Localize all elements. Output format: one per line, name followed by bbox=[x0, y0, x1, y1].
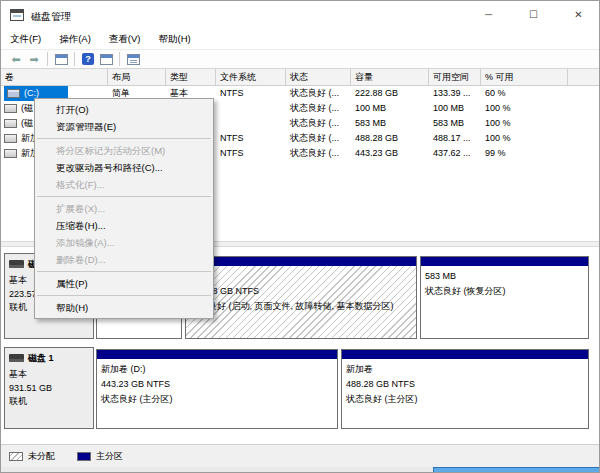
cell-free: 583 MB bbox=[429, 116, 481, 131]
header-pct-free[interactable]: % 可用 bbox=[481, 69, 568, 85]
volume-icon bbox=[4, 149, 17, 158]
volume-label: (磁 bbox=[21, 116, 33, 131]
toolbar-separator bbox=[47, 52, 48, 66]
cell-pct: 100 % bbox=[481, 101, 568, 116]
disk1-status: 联机 bbox=[9, 395, 89, 409]
menu-item-explorer[interactable]: 资源管理器(E) bbox=[35, 118, 213, 135]
legend-unallocated: 未分配 bbox=[9, 450, 55, 463]
bottom-edge bbox=[1, 467, 600, 473]
menu-item-delete: 删除卷(D)... bbox=[35, 251, 213, 268]
legend-bar: 未分配 主分区 bbox=[1, 444, 600, 467]
partition-color-bar bbox=[97, 350, 337, 359]
menu-item-open[interactable]: 打开(O) bbox=[35, 101, 213, 118]
cell-pct: 100 % bbox=[481, 131, 568, 146]
cell-fs: NTFS bbox=[216, 131, 286, 146]
disk1-partition-d[interactable]: 新加卷 (D:) 443.23 GB NTFS 状态良好 (主分区) bbox=[96, 349, 338, 429]
toolbar-separator bbox=[119, 52, 120, 66]
partition-line: 状态良好 (恢复分区) bbox=[425, 284, 588, 299]
header-free-space[interactable]: 可用空间 bbox=[429, 69, 481, 85]
forward-icon[interactable]: ➡ bbox=[26, 52, 42, 66]
minimize-button[interactable]: ─ bbox=[466, 1, 511, 29]
partition-line: 583 MB bbox=[425, 269, 588, 284]
header-layout[interactable]: 布局 bbox=[108, 69, 166, 85]
disk0-partition-recovery[interactable]: 583 MB 状态良好 (恢复分区) bbox=[420, 256, 589, 339]
partition-line: (C:) bbox=[190, 269, 416, 284]
action-pane-icon[interactable] bbox=[98, 52, 114, 66]
menu-item-properties[interactable]: 属性(P) bbox=[35, 275, 213, 292]
cell-capacity: 488.28 GB bbox=[351, 131, 429, 146]
toolbar: ⬅ ➡ ? bbox=[1, 49, 600, 69]
context-menu: 打开(O) 资源管理器(E) 将分区标记为活动分区(M) 更改驱动器号和路径(C… bbox=[34, 98, 214, 319]
partition-line: 新加卷 (D:) bbox=[101, 362, 337, 377]
disk1-size: 931.51 GB bbox=[9, 382, 89, 396]
menu-view[interactable]: 查看(V) bbox=[100, 29, 150, 49]
volume-icon bbox=[4, 119, 17, 128]
title-bar: 磁盘管理 ─ ☐ ✕ bbox=[1, 1, 600, 29]
header-filesystem[interactable]: 文件系统 bbox=[216, 69, 286, 85]
cell-fs bbox=[216, 116, 286, 131]
cell-free: 133.39 ... bbox=[429, 86, 481, 101]
console-tree-glyph bbox=[55, 54, 68, 65]
header-type[interactable]: 类型 bbox=[166, 69, 216, 85]
taskbar-sliver bbox=[433, 467, 600, 473]
menu-help[interactable]: 帮助(H) bbox=[149, 29, 199, 49]
cell-pct: 99 % bbox=[481, 146, 568, 161]
cell-status: 状态良好 (... bbox=[286, 116, 351, 131]
menu-item-add-mirror: 添加镜像(A)... bbox=[35, 234, 213, 251]
volume-icon bbox=[7, 89, 20, 98]
menu-separator bbox=[37, 196, 211, 197]
menu-separator bbox=[37, 138, 211, 139]
partition-line: 状态良好 (主分区) bbox=[346, 392, 588, 407]
cell-status: 状态良好 (... bbox=[286, 146, 351, 161]
console-tree-icon[interactable] bbox=[53, 52, 69, 66]
disk-management-window: 磁盘管理 ─ ☐ ✕ 文件(F) 操作(A) 查看(V) 帮助(H) ⬅ ➡ ?… bbox=[0, 0, 600, 473]
primary-partition-swatch-icon bbox=[77, 452, 91, 461]
menu-item-extend: 扩展卷(X)... bbox=[35, 200, 213, 217]
disk0-partition-c[interactable]: (C:) 222.88 GB NTFS 状态良好 (启动, 页面文件, 故障转储… bbox=[185, 256, 417, 339]
disk1-type: 基本 bbox=[9, 368, 89, 382]
legend-label: 主分区 bbox=[96, 450, 123, 463]
menu-item-format: 格式化(F)... bbox=[35, 176, 213, 193]
volume-icon bbox=[4, 134, 17, 143]
disk-icon bbox=[9, 354, 24, 362]
menu-item-help[interactable]: 帮助(H) bbox=[35, 299, 213, 316]
close-button[interactable]: ✕ bbox=[556, 1, 600, 29]
cell-status: 状态良好 (... bbox=[286, 101, 351, 116]
menu-item-mark-active: 将分区标记为活动分区(M) bbox=[35, 142, 213, 159]
action-pane-glyph bbox=[100, 54, 113, 65]
menu-action[interactable]: 操作(A) bbox=[50, 29, 100, 49]
disk1-panel[interactable]: 磁盘 1 基本 931.51 GB 联机 bbox=[4, 347, 94, 429]
app-icon bbox=[10, 9, 24, 21]
properties-icon[interactable] bbox=[125, 52, 141, 66]
header-volume[interactable]: 卷 bbox=[1, 69, 108, 85]
partition-color-bar bbox=[186, 257, 416, 266]
help-glyph: ? bbox=[82, 53, 94, 65]
selected-partition-hatch: (C:) 222.88 GB NTFS 状态良好 (启动, 页面文件, 故障转储… bbox=[186, 266, 416, 338]
menu-file[interactable]: 文件(F) bbox=[1, 29, 50, 49]
cell-free: 488.17 ... bbox=[429, 131, 481, 146]
cell-capacity: 443.23 GB bbox=[351, 146, 429, 161]
menu-bar: 文件(F) 操作(A) 查看(V) 帮助(H) bbox=[1, 29, 600, 49]
partition-line: 443.23 GB NTFS bbox=[101, 377, 337, 392]
window-title: 磁盘管理 bbox=[31, 10, 71, 24]
forward-arrow-glyph: ➡ bbox=[29, 52, 38, 66]
maximize-button[interactable]: ☐ bbox=[511, 1, 556, 29]
back-arrow-glyph: ⬅ bbox=[11, 52, 20, 66]
volume-icon bbox=[4, 104, 17, 113]
unallocated-swatch-icon bbox=[9, 452, 23, 461]
disk1-partition-new[interactable]: 新加卷 488.28 GB NTFS 状态良好 (主分区) bbox=[341, 349, 589, 429]
header-status[interactable]: 状态 bbox=[286, 69, 351, 85]
header-capacity[interactable]: 容量 bbox=[351, 69, 429, 85]
toolbar-separator bbox=[74, 52, 75, 66]
partition-line: 222.88 GB NTFS bbox=[190, 284, 416, 299]
legend-label: 未分配 bbox=[28, 450, 55, 463]
menu-item-change-letter[interactable]: 更改驱动器号和路径(C)... bbox=[35, 159, 213, 176]
back-icon[interactable]: ⬅ bbox=[8, 52, 24, 66]
cell-pct: 60 % bbox=[481, 86, 568, 101]
cell-capacity: 100 MB bbox=[351, 101, 429, 116]
help-icon[interactable]: ? bbox=[80, 52, 96, 66]
partition-line: 新加卷 bbox=[346, 362, 588, 377]
menu-item-shrink[interactable]: 压缩卷(H)... bbox=[35, 217, 213, 234]
cell-status: 状态良好 (... bbox=[286, 131, 351, 146]
partition-line: 488.28 GB NTFS bbox=[346, 377, 588, 392]
